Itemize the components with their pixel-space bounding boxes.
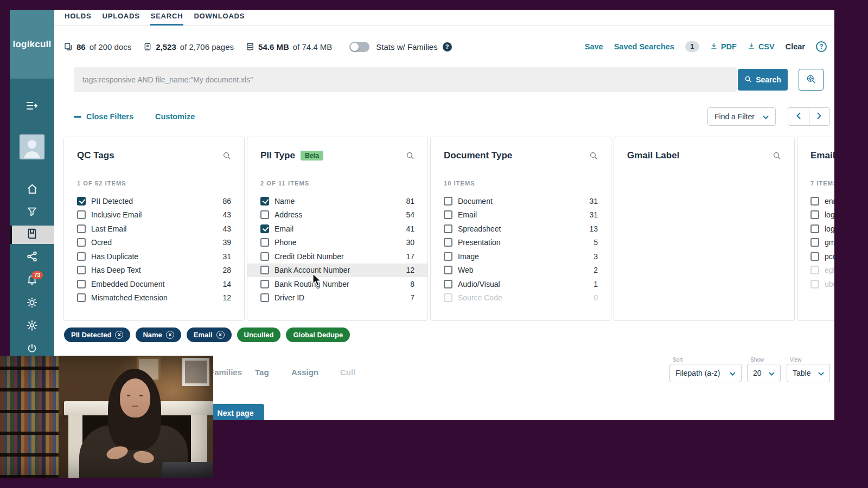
checkbox[interactable] [810,280,819,288]
tab-holds[interactable]: HOLDS [64,10,92,25]
tab-search[interactable]: SEARCH [150,10,184,25]
checkbox[interactable] [444,210,452,219]
filter-option[interactable]: Has Deep Text28 [64,264,244,278]
checkbox[interactable] [260,252,269,261]
sidebar-item-menu[interactable] [10,98,54,116]
cull-action[interactable]: Cull [340,368,355,377]
filter-option[interactable]: Address54 [247,208,427,222]
tab-uploads[interactable]: UPLOADS [102,10,141,25]
filter-option[interactable]: Mismatched Extension12 [64,291,244,305]
clear-button[interactable]: Clear [786,42,805,51]
checkbox[interactable] [77,197,86,206]
families-action[interactable]: Families [209,368,242,377]
remove-filter-icon[interactable]: × [115,331,123,339]
prev-filters-button[interactable] [788,108,809,125]
sidebar-item-share[interactable] [10,248,54,267]
sort-dropdown[interactable]: Filepath (a-z) [669,364,742,382]
sidebar-item-review[interactable] [10,226,54,244]
customize-button[interactable]: Customize [155,112,195,121]
filter-option[interactable]: PII Detected86 [64,194,244,208]
filter-option[interactable]: Email31 [431,208,611,222]
checkbox[interactable] [444,238,452,247]
checkbox[interactable] [810,210,819,219]
assign-action[interactable]: Assign [291,368,318,377]
checkbox[interactable] [810,197,819,206]
applied-filter-chip[interactable]: Name× [136,328,181,342]
filter-option[interactable]: logik [797,208,834,222]
saved-searches-button[interactable]: Saved Searches [614,42,674,51]
applied-filter-chip[interactable]: Unculled [237,328,281,342]
sidebar-item-settings[interactable] [10,317,54,336]
filter-option[interactable]: Presentation5 [431,236,611,250]
filter-option[interactable]: Bank Account Number12 [247,264,427,278]
close-filters-button[interactable]: Close Filters [74,112,133,121]
sidebar-item-theme[interactable] [10,294,54,313]
find-a-filter-dropdown[interactable]: Find a Filter [707,107,776,126]
filter-option[interactable]: Phone30 [247,236,427,250]
filter-option[interactable]: Last Email43 [64,222,244,236]
tag-action[interactable]: Tag [255,368,269,377]
families-toggle[interactable] [349,42,369,52]
checkbox[interactable] [260,210,269,219]
checkbox[interactable] [77,280,86,288]
remove-filter-icon[interactable]: × [166,331,174,339]
search-icon[interactable] [589,151,598,160]
filter-option[interactable]: gmail [797,236,834,250]
checkbox[interactable] [810,266,819,274]
checkbox[interactable] [444,266,452,274]
sidebar-item-home[interactable] [10,181,54,199]
export-pdf-button[interactable]: PDF [710,42,737,52]
search-icon[interactable] [222,151,231,160]
checkbox[interactable] [810,224,819,233]
view-dropdown[interactable]: Table [787,364,830,382]
filter-option[interactable]: Image3 [431,249,611,264]
checkbox[interactable] [444,280,452,288]
checkbox[interactable] [260,266,269,274]
filter-option[interactable]: Email41 [247,222,427,236]
checkbox[interactable] [260,293,269,302]
filter-option[interactable]: Bank Routing Number8 [247,277,427,291]
applied-filter-chip[interactable]: PII Detected× [64,328,130,342]
checkbox[interactable] [77,266,86,274]
help-icon[interactable]: ? [816,41,827,52]
checkbox[interactable] [260,224,269,233]
show-dropdown[interactable]: 20 [747,364,781,382]
next-filters-button[interactable] [809,108,830,125]
applied-filter-chip[interactable]: Email× [187,328,232,342]
save-search-button[interactable]: Save [585,42,603,51]
sidebar-item-culling[interactable] [10,203,54,222]
advanced-search-button[interactable] [799,69,824,91]
checkbox[interactable] [260,238,269,247]
checkbox[interactable] [444,197,452,206]
filter-option[interactable]: Has Duplicate31 [64,249,244,264]
filter-option[interactable]: Web2 [431,264,611,278]
checkbox[interactable] [260,197,269,206]
filter-option[interactable]: eglu [797,264,834,278]
search-icon[interactable] [406,151,414,160]
filter-option[interactable]: Audio/Visual1 [431,277,611,291]
remove-filter-icon[interactable]: × [216,331,225,339]
checkbox[interactable] [77,238,86,247]
checkbox[interactable] [444,252,452,261]
filter-option[interactable]: Embedded Document14 [64,277,244,291]
filter-option[interactable]: Spreadsheet13 [431,222,611,236]
search-button[interactable]: Search [738,69,788,91]
checkbox[interactable] [810,252,819,261]
filter-option[interactable]: Document31 [431,194,611,208]
checkbox[interactable] [444,293,452,302]
search-icon[interactable] [773,151,781,160]
export-csv-button[interactable]: CSV [748,42,775,52]
avatar[interactable] [20,134,44,159]
checkbox[interactable] [810,238,819,247]
filter-option[interactable]: ubu [797,277,834,291]
filter-option[interactable]: Source Code0 [431,291,611,305]
checkbox[interactable] [77,293,86,302]
checkbox[interactable] [260,280,269,288]
filter-option[interactable]: pcc [797,249,834,264]
checkbox[interactable] [77,210,86,219]
filter-option[interactable]: logik [797,222,834,236]
next-page-button[interactable]: Next page [207,404,264,420]
filter-option[interactable]: Ocred39 [64,236,244,250]
checkbox[interactable] [77,252,86,261]
applied-filter-chip[interactable]: Global Dedupe [286,328,350,342]
